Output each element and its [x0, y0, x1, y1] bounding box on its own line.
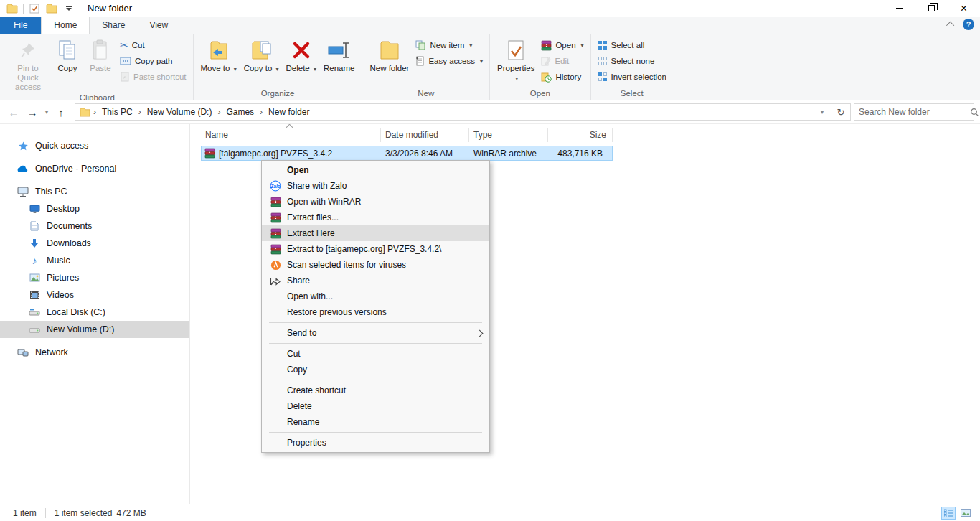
properties-button[interactable]: Properties▾	[494, 36, 538, 84]
share-icon	[270, 275, 281, 286]
item-count: 1 item	[13, 508, 37, 518]
select-all-button[interactable]: Select all	[595, 37, 669, 53]
sidebar-item-videos[interactable]: Videos	[0, 286, 189, 304]
file-name: [taigamepc.org] PVZFS_3.4.2	[219, 149, 332, 159]
copy-path-button[interactable]: Copy path	[117, 53, 189, 69]
up-button[interactable]: ↑	[52, 103, 70, 121]
selection-info: 1 item selected	[55, 508, 113, 518]
sidebar-item-this-pc[interactable]: This PC	[0, 183, 189, 200]
context-menu-item-scan-for-viruses[interactable]: Scan selected items for viruses	[262, 257, 489, 273]
collapse-ribbon-icon[interactable]	[946, 22, 954, 29]
history-button[interactable]: History	[538, 69, 586, 85]
explorer-window: New folder × File Home Share View ? Pin …	[0, 0, 980, 521]
refresh-icon[interactable]: ↻	[831, 103, 850, 121]
recent-locations-dropdown[interactable]: ▾	[42, 103, 52, 121]
sidebar-item-desktop[interactable]: Desktop	[0, 200, 189, 217]
context-menu-item-rename[interactable]: Rename	[262, 414, 489, 430]
sidebar-item-pictures[interactable]: Pictures	[0, 269, 189, 286]
divider	[80, 4, 80, 14]
rename-button[interactable]: Rename	[320, 36, 358, 74]
tab-home[interactable]: Home	[41, 17, 90, 34]
sidebar-item-quick-access[interactable]: Quick access	[0, 137, 189, 154]
context-menu-item-copy[interactable]: Copy	[262, 362, 489, 377]
rename-icon	[328, 38, 351, 62]
address-dropdown-icon[interactable]: ▾	[813, 103, 831, 121]
forward-button[interactable]: →	[23, 103, 42, 121]
select-none-button[interactable]: Select none	[595, 53, 669, 69]
delete-button[interactable]: Delete ▾	[283, 36, 320, 75]
quick-access-star-icon	[17, 140, 29, 151]
blank-icon	[270, 164, 281, 176]
column-header-type[interactable]: Type	[469, 128, 548, 142]
minimize-button[interactable]	[883, 0, 915, 17]
new-folder-button[interactable]: New folder	[366, 36, 413, 74]
context-menu-item-open[interactable]: Open	[262, 162, 489, 178]
context-menu-item-open-with[interactable]: Open with...	[262, 288, 489, 304]
address-bar[interactable]: › This PC › New Volume (D:) › Games › Ne…	[75, 103, 851, 121]
context-menu-item-restore-previous-versions[interactable]: Restore previous versions	[262, 304, 489, 320]
copy-button[interactable]: Copy	[51, 36, 84, 74]
breadcrumb-this-pc[interactable]: This PC	[98, 104, 137, 120]
invert-selection-button[interactable]: Invert selection	[595, 69, 669, 85]
context-menu-item-create-shortcut[interactable]: Create shortcut	[262, 382, 489, 398]
network-icon	[17, 347, 29, 358]
sidebar-item-onedrive[interactable]: OneDrive - Personal	[0, 160, 189, 177]
column-header-date-modified[interactable]: Date modified	[381, 128, 469, 142]
sidebar-item-downloads[interactable]: Downloads	[0, 235, 189, 252]
qat-new-folder-button[interactable]	[45, 2, 58, 15]
breadcrumb-new-folder[interactable]: New folder	[264, 104, 314, 120]
search-icon[interactable]	[970, 108, 979, 117]
sidebar-item-music[interactable]: ♪ Music	[0, 252, 189, 269]
blank-icon	[270, 437, 281, 449]
address-folder-icon[interactable]	[75, 104, 92, 120]
qat-customize-dropdown[interactable]	[62, 2, 75, 15]
restore-button[interactable]	[915, 0, 948, 17]
context-menu-item-properties[interactable]: Properties	[262, 435, 489, 451]
back-button: ←	[4, 103, 23, 121]
easy-access-button[interactable]: Easy access▾	[413, 53, 486, 69]
sidebar-item-network[interactable]: Network	[0, 344, 189, 361]
context-menu-item-cut[interactable]: Cut	[262, 346, 489, 362]
breadcrumb-games[interactable]: Games	[222, 104, 258, 120]
details-view-button[interactable]	[941, 507, 956, 520]
thumbnail-view-button[interactable]	[958, 507, 973, 520]
context-menu-item-extract-here[interactable]: Extract Here	[262, 225, 489, 241]
new-item-button[interactable]: New item▾	[413, 37, 486, 53]
context-menu-item-share-with-zalo[interactable]: Zalo Share with Zalo	[262, 178, 489, 194]
sidebar-item-local-disk-c[interactable]: Local Disk (C:)	[0, 304, 189, 321]
column-header-size[interactable]: Size	[548, 128, 613, 142]
context-menu-item-delete[interactable]: Delete	[262, 398, 489, 414]
context-menu-item-extract-files[interactable]: Extract files...	[262, 210, 489, 225]
column-header-name[interactable]: Name	[201, 128, 381, 142]
selection-size: 472 MB	[116, 508, 146, 518]
context-menu-item-extract-to[interactable]: Extract to [taigamepc.org] PVZFS_3.4.2\	[262, 241, 489, 257]
move-to-button[interactable]: Move to ▾	[197, 36, 240, 75]
menu-separator	[269, 380, 482, 380]
context-menu-item-share[interactable]: Share	[262, 273, 489, 288]
file-row-selected[interactable]: [taigamepc.org] PVZFS_3.4.2 3/3/2026 8:4…	[201, 146, 613, 161]
menu-separator	[269, 432, 482, 433]
copy-to-button[interactable]: Copy to ▾	[240, 36, 283, 75]
qat-properties-button[interactable]	[28, 2, 41, 15]
copy-to-icon	[251, 38, 271, 62]
close-button[interactable]: ×	[948, 0, 980, 17]
group-label-new: New	[363, 88, 489, 100]
blank-icon	[270, 348, 281, 360]
context-menu-item-open-with-winrar[interactable]: Open with WinRAR	[262, 194, 489, 210]
tab-view[interactable]: View	[137, 17, 180, 34]
search-box[interactable]	[854, 103, 974, 121]
sidebar-item-new-volume-d[interactable]: New Volume (D:)	[0, 321, 189, 338]
menu-separator	[269, 343, 482, 344]
edit-button: Edit	[538, 53, 586, 69]
sidebar-item-documents[interactable]: Documents	[0, 217, 189, 235]
tab-share[interactable]: Share	[90, 17, 137, 34]
search-input[interactable]	[859, 107, 970, 117]
tab-file[interactable]: File	[0, 17, 41, 34]
open-button[interactable]: Open▾	[538, 37, 586, 53]
breadcrumb-new-volume[interactable]: New Volume (D:)	[143, 104, 217, 120]
winrar-icon	[270, 212, 281, 223]
context-menu-item-send-to[interactable]: Send to	[262, 325, 489, 341]
help-icon[interactable]: ?	[963, 19, 974, 30]
ribbon-group-select: Select all Select none Invert selection	[591, 34, 673, 100]
cut-button[interactable]: ✂ Cut	[117, 37, 189, 53]
